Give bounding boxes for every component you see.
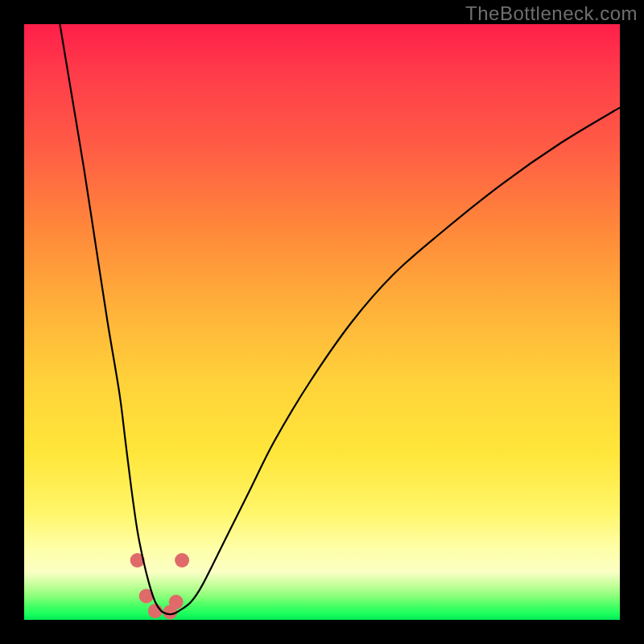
curve-layer xyxy=(24,24,620,620)
chart-frame: TheBottleneck.com xyxy=(0,0,644,644)
bottleneck-curve xyxy=(60,24,620,614)
bottleneck-marker xyxy=(169,595,184,609)
bottleneck-marker xyxy=(175,553,189,568)
watermark-text: TheBottleneck.com xyxy=(465,2,638,25)
plot-area xyxy=(24,24,620,620)
